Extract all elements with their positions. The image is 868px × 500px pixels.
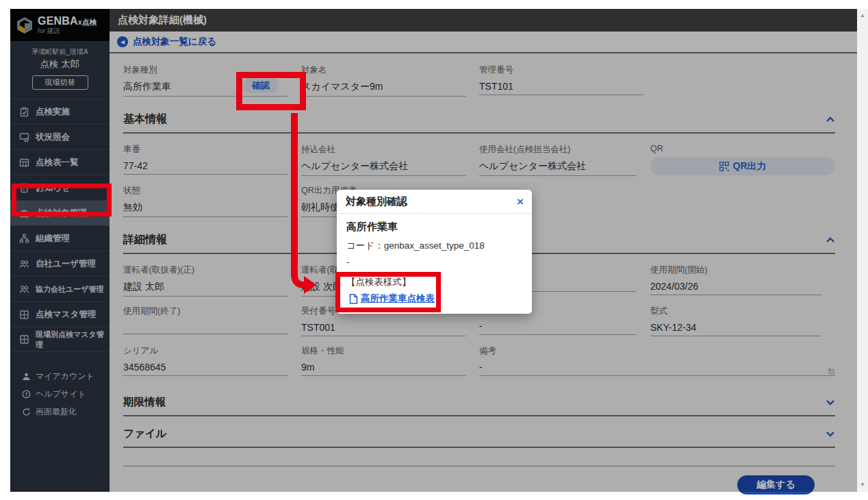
- back-arrow-icon: ◀: [117, 36, 128, 47]
- sidebar-item-inspection-run[interactable]: 点検実施: [10, 99, 110, 124]
- field-label: 使用会社(点検担当会社): [479, 144, 637, 155]
- document-icon: [349, 294, 358, 304]
- site-name: 茅場町駅前_現場A: [10, 47, 110, 57]
- sidebar-item-label: 協力会社ユーザ管理: [36, 284, 104, 295]
- field-use-period-end: 使用期間(終了): [123, 305, 288, 336]
- basic-info-row-1: 車番 77-42 持込会社 ヘルプセンター株式会社 使用会社(点検担当会社) ヘ…: [123, 144, 835, 185]
- field-serial: シリアル 34568645: [123, 345, 288, 376]
- genba-hexagon-icon: [16, 16, 34, 34]
- section-title: ファイル: [123, 427, 166, 441]
- scroll-up-arrow[interactable]: ▲: [857, 10, 868, 21]
- sidebar-item-my-account[interactable]: マイアカウント: [10, 367, 110, 385]
- users-icon: [19, 259, 29, 269]
- field-label: 持込会社: [301, 144, 465, 155]
- field-label: 使用期間(終了): [123, 305, 288, 317]
- chevron-down-icon[interactable]: [826, 431, 835, 437]
- target-type-confirm-modal: 対象種別確認 × 高所作業車 コード：genbax_asset_type_018…: [337, 190, 532, 314]
- sidebar-nav: 点検実施 状況照会 点検表一覧 お知らせ 点検対象管理 組織管理: [10, 99, 110, 352]
- chevron-up-icon[interactable]: [826, 116, 835, 123]
- sidebar-item-label: 点検対象管理: [36, 208, 87, 219]
- sidebar-item-status-inquiry[interactable]: 状況照会: [10, 124, 110, 149]
- page-title: 点検対象詳細(機械): [118, 14, 207, 27]
- sidebar-item-help-site[interactable]: ? ヘルプサイト: [10, 385, 110, 403]
- field-label: 対象種別: [123, 64, 288, 76]
- sidebar-item-organization[interactable]: 組織管理: [10, 225, 110, 251]
- modal-header: 対象種別確認 ×: [337, 190, 532, 214]
- sidebar-item-refresh-screen[interactable]: 画面最新化: [10, 403, 110, 421]
- refresh-icon: [22, 408, 31, 416]
- field-value: -: [479, 362, 835, 376]
- modal-body: 高所作業車 コード：genbax_asset_type_018 - 【点検表様式…: [337, 214, 532, 312]
- qr-code-icon: [719, 162, 729, 171]
- sidebar-item-label: 現場別点検マスタ管理: [36, 329, 110, 350]
- page-title-bar: 点検対象詳細(機械): [110, 9, 857, 32]
- inspection-sheet-link[interactable]: 高所作業車点検表: [361, 292, 435, 305]
- svg-text:?: ?: [25, 391, 28, 397]
- field-using-company: 使用会社(点検担当会社) ヘルプセンター株式会社: [479, 144, 637, 176]
- section-title: 詳細情報: [123, 233, 167, 247]
- sidebar-item-label: ヘルプサイト: [36, 388, 86, 400]
- app-window: GENBAx点検 for 建設 茅場町駅前_現場A 点検 太郎 現場切替 点検実…: [10, 9, 857, 492]
- sidebar-item-label: マイアカウント: [36, 371, 94, 382]
- sidebar-item-sheet-list[interactable]: 点検表一覧: [10, 149, 110, 175]
- chevron-down-icon[interactable]: [826, 399, 835, 405]
- field-control-number: 管理番号 TST101: [479, 64, 643, 97]
- qr-cell: QR QR出力: [650, 144, 835, 185]
- qr-output-label: QR出力: [733, 160, 767, 173]
- sidebar-item-partner-users[interactable]: 協力会社ユーザ管理: [10, 276, 110, 301]
- site-switch-button[interactable]: 現場切替: [32, 75, 88, 90]
- sidebar-item-site-master-management[interactable]: 現場別点検マスタ管理: [10, 327, 110, 352]
- sidebar-item-label: お知らせ: [36, 182, 71, 194]
- modal-dash: -: [346, 257, 522, 267]
- modal-type-code: コード：genbax_asset_type_018: [346, 240, 522, 252]
- footer-bar: 編集する: [123, 466, 835, 495]
- field-value: ヘルプセンター株式会社: [301, 160, 465, 176]
- deadline-section-bar[interactable]: 期限情報: [123, 389, 835, 416]
- field-label: QR: [650, 144, 835, 153]
- clipboard-check-icon: [19, 107, 29, 117]
- field-value: ヘルプセンター株式会社: [479, 160, 637, 176]
- close-icon[interactable]: ×: [517, 196, 524, 208]
- notice-document-icon: [19, 183, 29, 193]
- help-circle-icon: ?: [22, 390, 31, 399]
- field-label: 車番: [123, 144, 288, 155]
- sidebar-item-own-users[interactable]: 自社ユーザ管理: [10, 251, 110, 276]
- basic-info-header: 基本情報: [123, 112, 835, 134]
- sidebar-item-notices[interactable]: お知らせ: [10, 175, 110, 200]
- scroll-down-arrow[interactable]: ▼: [857, 479, 868, 490]
- users-icon: [19, 284, 29, 295]
- confirm-button[interactable]: 確認: [243, 78, 279, 93]
- back-to-list-link[interactable]: 点検対象一覧に戻る: [133, 36, 216, 48]
- textarea-resize-handle: [828, 368, 834, 375]
- toolbox-icon: [19, 208, 29, 218]
- chevron-up-icon[interactable]: [826, 237, 835, 243]
- field-value: 34568645: [123, 362, 288, 376]
- field-bringin-company: 持込会社 ヘルプセンター株式会社: [301, 144, 465, 176]
- sidebar-item-label: 状況照会: [36, 132, 70, 143]
- field-label: 使用期間(開始): [650, 264, 821, 276]
- field-value: SKY-12-34: [650, 322, 821, 336]
- sidebar-item-label: 点検実施: [36, 106, 70, 118]
- field-value: 無効: [123, 201, 288, 217]
- user-name: 点検 太郎: [10, 58, 110, 71]
- scrollbar[interactable]: ▲ ▼: [857, 9, 868, 492]
- sidebar-item-asset-management[interactable]: 点検対象管理: [10, 200, 110, 225]
- field-model: 型式 SKY-12-34: [650, 305, 821, 336]
- status-board-icon: [19, 132, 29, 142]
- sidebar-item-label: 点検表一覧: [36, 157, 79, 168]
- sidebar-item-label: 自社ユーザ管理: [36, 258, 96, 270]
- app-logo: GENBAx点検 for 建設: [10, 9, 110, 41]
- section-title: 基本情報: [123, 112, 167, 127]
- sidebar-item-master-management[interactable]: 点検マスタ管理: [10, 301, 110, 327]
- field-target-type: 対象種別 高所作業車 確認: [123, 64, 288, 97]
- field-value: 77-42: [123, 160, 288, 175]
- summary-row: 対象種別 高所作業車 確認 対象名 スカイマスター9m 管理番号 TST101: [123, 64, 835, 105]
- field-spec-performance: 規格・性能 9m: [301, 345, 465, 376]
- qr-output-button[interactable]: QR出力: [650, 157, 835, 175]
- field-value: TST101: [479, 81, 643, 95]
- field-vehicle-number: 車番 77-42: [123, 144, 288, 176]
- files-section-bar[interactable]: ファイル: [123, 421, 835, 448]
- field-value: -: [479, 321, 637, 335]
- edit-button[interactable]: 編集する: [737, 475, 815, 495]
- field-use-period-start: 使用期間(開始) 2024/03/26: [650, 264, 821, 297]
